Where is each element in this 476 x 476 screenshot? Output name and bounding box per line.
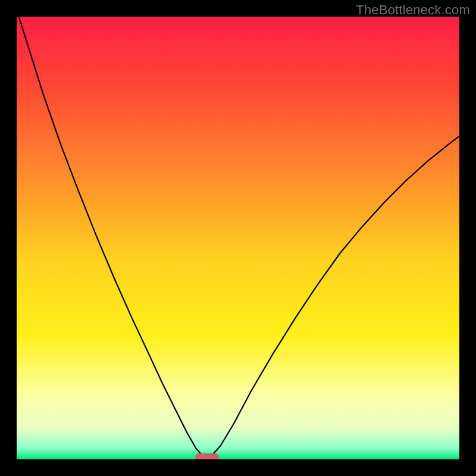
watermark-text: TheBottleneck.com	[356, 2, 470, 18]
chart-svg	[17, 17, 459, 459]
chart-plot-area	[17, 17, 459, 459]
chart-background	[17, 17, 459, 459]
optimal-marker	[195, 453, 219, 459]
chart-frame: TheBottleneck.com	[0, 0, 476, 476]
